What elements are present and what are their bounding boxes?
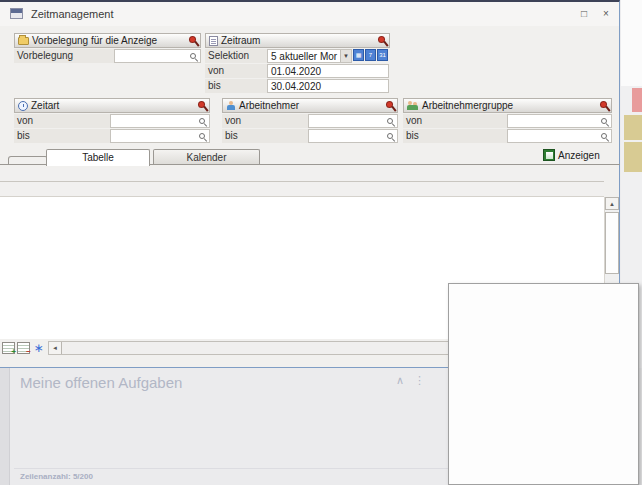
vorbelegung-label: Vorbelegung [14, 49, 114, 63]
search-icon[interactable] [386, 132, 395, 141]
tasks-panel-title: Meine offenen Aufgaben [20, 374, 182, 391]
bis-label: bis [14, 129, 110, 143]
panel-zeitart: Zeitart von bis [14, 98, 210, 143]
group-icon [407, 101, 419, 111]
search-icon[interactable] [189, 52, 198, 61]
selektion-label: Selektion [205, 49, 267, 63]
calendar-button[interactable]: ▦ [353, 49, 364, 61]
zeitart-von-input[interactable] [110, 114, 210, 128]
pin-icon[interactable] [598, 101, 608, 112]
table-options-icon[interactable]: ∗ [32, 342, 45, 354]
arbeitnehmer-bis-input[interactable] [308, 129, 398, 143]
vertical-scrollbar[interactable]: ▲ [604, 197, 619, 286]
von-label: von [14, 114, 110, 128]
panel-title: Zeitraum [221, 35, 260, 46]
calendar-page-icon [209, 36, 218, 46]
screen: Meine offenen Aufgaben ∧ ⋮ Zeilenanzahl:… [0, 0, 642, 485]
panel-arbeitnehmer: Arbeitnehmer von bis [222, 98, 398, 143]
tasks-row-count: Zeilenanzahl: 5/200 [20, 472, 93, 481]
background-cell-tan [624, 142, 642, 172]
folder-icon [18, 37, 29, 45]
pin-icon[interactable] [196, 101, 206, 112]
von-label: von [205, 64, 267, 78]
background-left-rail [0, 368, 10, 485]
panel-zeitraum: Zeitraum Selektion 5 aktueller Mor▼ ▦ 7 … [205, 33, 390, 93]
bis-label: bis [222, 129, 308, 143]
von-label: von [222, 114, 308, 128]
week-button[interactable]: 7 [365, 49, 376, 61]
gruppe-bis-input[interactable] [507, 129, 612, 143]
collapse-chevron-icon: ∧ [396, 374, 404, 387]
context-menu [448, 283, 639, 485]
von-date-input[interactable]: 01.04.2020 [267, 64, 389, 78]
search-icon[interactable] [600, 132, 609, 141]
pin-icon[interactable] [384, 101, 394, 112]
scroll-up-icon[interactable]: ▲ [605, 197, 619, 210]
arbeitnehmer-von-input[interactable] [308, 114, 398, 128]
delete-row-icon[interactable]: − [17, 342, 30, 354]
von-label: von [403, 114, 507, 128]
add-row-icon[interactable]: + [2, 342, 15, 354]
panel-title: Arbeitnehmer [239, 100, 299, 111]
zeitart-bis-input[interactable] [110, 129, 210, 143]
table-header-row [0, 168, 604, 182]
panel-title: Vorbelegung für die Anzeige [32, 35, 157, 46]
search-icon[interactable] [600, 117, 609, 126]
chevron-down-icon[interactable]: ▼ [340, 50, 351, 62]
grid-display-icon [543, 149, 555, 161]
bis-label: bis [205, 79, 267, 93]
window-icon [10, 8, 23, 19]
panel-title: Arbeitnehmergruppe [422, 100, 513, 111]
clock-icon [18, 101, 28, 111]
anzeigen-button[interactable]: Anzeigen [543, 149, 600, 161]
scroll-left-icon[interactable]: ◄ [49, 342, 62, 354]
search-icon[interactable] [198, 132, 207, 141]
gruppe-von-input[interactable] [507, 114, 612, 128]
maximize-button[interactable]: □ [576, 7, 592, 21]
title-bar[interactable]: Zeitmanagement □ × [0, 2, 619, 26]
month-button[interactable]: 31 [377, 49, 388, 61]
scrollbar-thumb[interactable] [605, 212, 619, 274]
selektion-dropdown[interactable]: 5 aktueller Mor▼ [267, 49, 352, 63]
background-cell-pink [632, 88, 642, 112]
person-icon [226, 101, 236, 111]
pin-icon[interactable] [187, 36, 197, 47]
window-title: Zeitmanagement [31, 8, 114, 20]
tab-kalender[interactable]: Kalender [153, 149, 260, 165]
search-icon[interactable] [386, 117, 395, 126]
bis-date-input[interactable]: 30.04.2020 [267, 79, 389, 93]
panel-vorbelegung: Vorbelegung für die Anzeige Vorbelegung [14, 33, 201, 63]
table-filter-row [0, 182, 604, 197]
pin-icon[interactable] [376, 36, 386, 47]
vorbelegung-input[interactable] [114, 49, 201, 63]
kebab-menu-icon: ⋮ [414, 374, 425, 387]
panel-arbeitnehmergruppe: Arbeitnehmergruppe von bis [403, 98, 612, 143]
panel-title: Zeitart [31, 100, 59, 111]
close-button[interactable]: × [598, 7, 614, 21]
background-cell-tan [624, 115, 642, 140]
tab-tabelle[interactable]: Tabelle [46, 149, 150, 166]
bis-label: bis [403, 129, 507, 143]
search-icon[interactable] [198, 117, 207, 126]
